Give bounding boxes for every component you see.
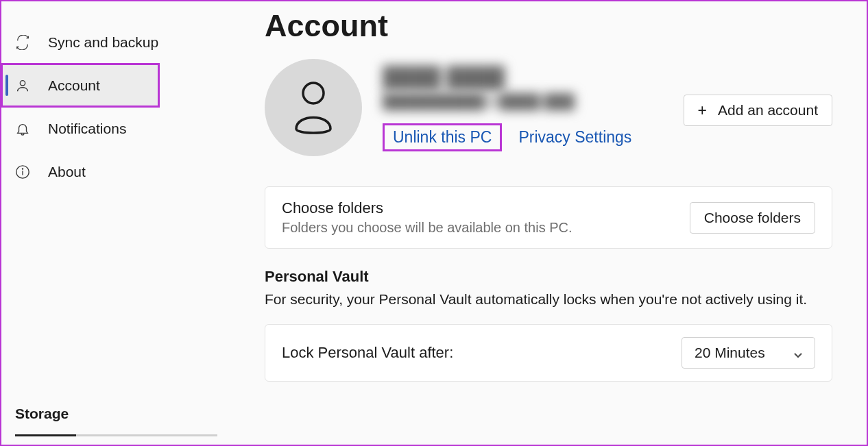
svg-point-4 [303,83,324,103]
avatar [265,59,362,156]
choose-folders-text: Choose folders Folders you choose will b… [282,199,572,236]
add-account-button[interactable]: + Add an account [684,95,832,126]
choose-folders-card: Choose folders Folders you choose will b… [265,186,832,249]
svg-point-3 [22,168,23,169]
choose-folders-title: Choose folders [282,199,572,217]
sidebar-item-sync[interactable]: Sync and backup [1,21,222,64]
storage-bar [15,434,217,436]
account-links: Unlink this PC Privacy Settings [383,123,684,151]
privacy-settings-link[interactable]: Privacy Settings [518,128,631,147]
storage-heading: Storage [15,406,208,422]
choose-folders-desc: Folders you choose will be available on … [282,220,572,236]
account-email-redacted: ██████████@████.███ [383,93,684,110]
sidebar-item-label: Sync and backup [48,34,158,51]
bell-icon [15,121,30,136]
account-info: ████ ████ ██████████@████.███ Unlink thi… [383,59,684,151]
unlink-pc-link[interactable]: Unlink this PC [383,123,502,151]
chevron-down-icon [793,347,804,358]
sidebar-item-label: Account [48,77,100,94]
sidebar-item-label: About [48,164,86,180]
sync-icon [15,35,30,50]
lock-vault-card: Lock Personal Vault after: 20 Minutes [265,324,832,382]
sidebar-list: Sync and backup Account Notifications Ab… [1,21,222,406]
person-icon [15,78,30,93]
lock-vault-value: 20 Minutes [695,345,765,361]
personal-vault-section: Personal Vault For security, your Person… [265,268,832,382]
sidebar-item-notifications[interactable]: Notifications [1,107,222,150]
account-name-redacted: ████ ████ [383,66,684,89]
sidebar-item-account[interactable]: Account [1,64,159,107]
sidebar-footer: Storage [1,406,222,445]
add-account-label: Add an account [718,102,818,119]
main-content: Account ████ ████ ██████████@████.███ Un… [222,1,867,445]
personal-vault-title: Personal Vault [265,268,832,286]
choose-folders-button[interactable]: Choose folders [690,202,815,234]
plus-icon: + [698,103,707,119]
page-title: Account [265,8,832,44]
lock-vault-dropdown[interactable]: 20 Minutes [682,337,815,369]
lock-vault-label: Lock Personal Vault after: [282,344,453,362]
personal-vault-desc: For security, your Personal Vault automa… [265,291,832,308]
account-header: ████ ████ ██████████@████.███ Unlink thi… [265,59,832,156]
svg-point-0 [20,80,25,85]
sidebar-item-about[interactable]: About [1,150,222,193]
storage-bar-fill [15,434,76,436]
sidebar-item-label: Notifications [48,121,126,137]
info-icon [15,164,30,179]
sidebar: Sync and backup Account Notifications Ab… [1,1,222,445]
